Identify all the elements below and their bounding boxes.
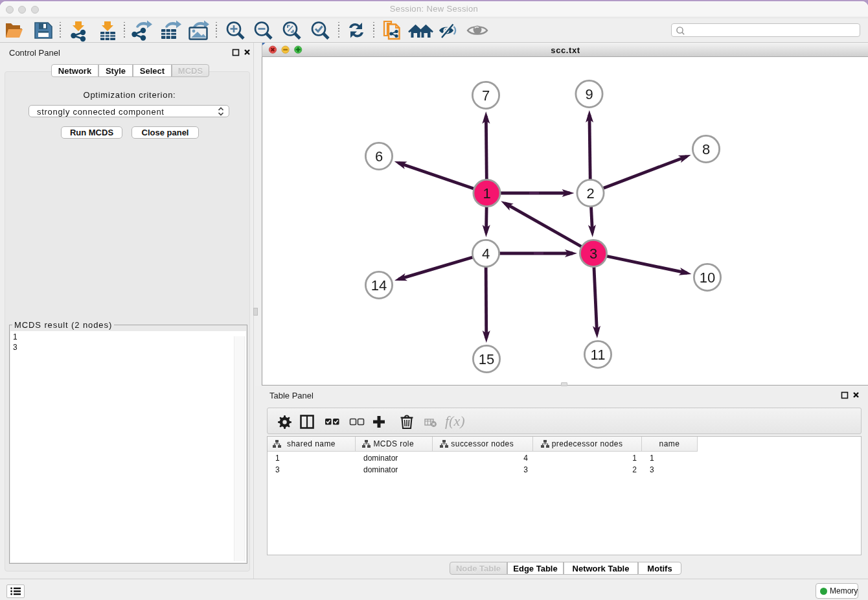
- svg-text:4: 4: [482, 246, 490, 262]
- svg-text:8: 8: [702, 141, 710, 157]
- svg-text:2: 2: [586, 185, 594, 202]
- svg-text:6: 6: [375, 148, 383, 165]
- svg-text:11: 11: [591, 347, 606, 363]
- svg-text:f(x): f(x): [445, 413, 465, 429]
- svg-text:3: 3: [589, 246, 597, 262]
- svg-text:1: 1: [483, 185, 490, 202]
- svg-text:7: 7: [482, 87, 490, 104]
- svg-text:14: 14: [371, 277, 387, 294]
- svg-text:15: 15: [479, 351, 494, 367]
- svg-text:9: 9: [585, 86, 593, 102]
- svg-text:10: 10: [700, 270, 715, 286]
